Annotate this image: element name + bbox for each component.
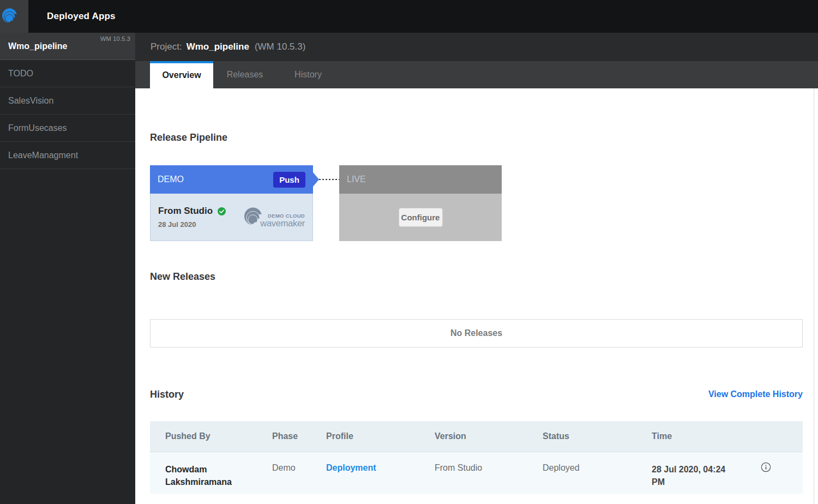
app-title: Deployed Apps [47,11,116,22]
live-stage-header: LIVE [339,165,502,194]
overview-content: Release Pipeline DEMO Push From Studio [135,88,818,504]
live-stage-title: LIVE [347,175,366,184]
demo-release-info: From Studio 28 Jul 2020 [158,206,226,229]
cell-profile: Deployment [326,452,435,494]
tab-history[interactable]: History [276,61,340,88]
demo-stage-title: DEMO [158,175,184,184]
projects-sidebar: Wmo_pipeline WM 10.5.3 TODO SalesVision … [0,33,135,504]
cell-status: Deployed [543,452,652,494]
wavemaker-brand-name: wavemaker [260,219,305,227]
demo-stage-header: DEMO Push [150,165,313,194]
cell-phase: Demo [272,452,326,494]
pipeline-arrow-icon [313,172,319,187]
sidebar-item-label: LeaveManagment [8,151,78,160]
project-version: (WM 10.5.3) [255,41,306,52]
configure-button[interactable]: Configure [399,208,443,227]
project-name: Wmo_pipeline [187,41,249,52]
sidebar-item-wmo-pipeline[interactable]: Wmo_pipeline WM 10.5.3 [0,33,135,60]
demo-version-label: From Studio [158,206,213,217]
main-area: Project: Wmo_pipeline (WM 10.5.3) Overvi… [135,33,818,504]
col-actions [739,421,803,452]
push-button[interactable]: Push [273,172,305,188]
sidebar-item-label: Wmo_pipeline [8,41,67,51]
info-icon[interactable] [761,465,771,474]
cell-time: 28 Jul 2020, 04:24 PM [652,452,739,494]
new-releases-heading: New Releases [150,271,803,282]
release-pipeline: DEMO Push From Studio [150,165,803,241]
history-heading: History [150,389,184,400]
sidebar-item-salesvision[interactable]: SalesVision [0,87,135,115]
col-phase: Phase [272,421,326,452]
sidebar-item-label: TODO [8,69,33,79]
cell-info [739,452,803,494]
release-pipeline-heading: Release Pipeline [150,88,803,143]
scrollbar[interactable] [814,88,814,504]
history-table: Pushed By Phase Profile Version Status T… [150,421,803,494]
live-stage-body: Configure [339,194,502,241]
history-table-header: Pushed By Phase Profile Version Status T… [150,421,803,452]
stage-card-demo: DEMO Push From Studio [150,165,313,241]
col-status: Status [543,421,652,452]
deployment-link[interactable]: Deployment [326,463,376,472]
success-check-icon [218,207,226,215]
sidebar-item-formusecases[interactable]: FormUsecases [0,115,135,142]
view-complete-history-link[interactable]: View Complete History [708,389,803,399]
history-header-row: History View Complete History [150,389,803,400]
history-table-row: Chowdam Lakshmiramana Demo Deployment Fr… [150,452,803,494]
project-header: Project: Wmo_pipeline (WM 10.5.3) [135,33,818,61]
stage-card-live: LIVE Configure [339,165,502,241]
demo-stage-body: From Studio 28 Jul 2020 [150,194,313,241]
wavemaker-logo-tile[interactable] [0,0,28,33]
no-releases-box: No Releases [150,319,803,347]
tab-releases[interactable]: Releases [213,61,276,88]
demo-release-date: 28 Jul 2020 [158,220,226,229]
sidebar-item-todo[interactable]: TODO [0,60,135,87]
project-label: Project: [151,41,182,52]
col-pushed-by: Pushed By [150,421,272,452]
tab-bar: Overview Releases History [135,61,818,88]
col-profile: Profile [326,421,435,452]
cell-version: From Studio [435,452,543,494]
pipeline-connector-line [319,179,339,180]
sidebar-item-version-badge: WM 10.5.3 [100,35,130,42]
top-bar: Deployed Apps [0,0,818,33]
col-version: Version [435,421,543,452]
no-releases-text: No Releases [450,328,502,338]
sidebar-item-label: FormUsecases [8,123,67,133]
wavemaker-logo-icon [2,8,20,25]
cell-pushed-by: Chowdam Lakshmiramana [150,452,272,494]
sidebar-item-leavemanagment[interactable]: LeaveManagment [0,142,135,169]
col-time: Time [652,421,739,452]
tab-overview[interactable]: Overview [150,61,213,88]
demo-cloud-brand: DEMO CLOUD wavemaker [244,207,305,227]
sidebar-item-label: SalesVision [8,96,53,106]
